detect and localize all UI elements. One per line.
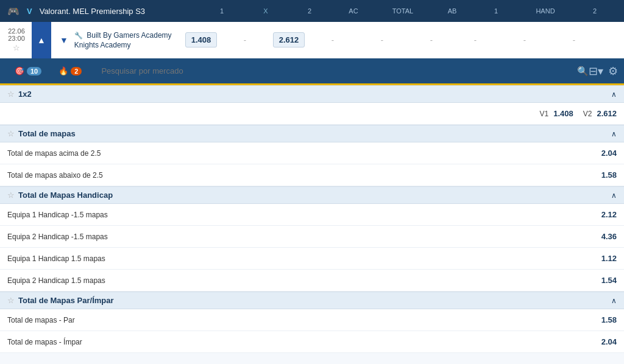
section-total-mapas-header[interactable]: ☆ Total de mapas ∧ bbox=[0, 125, 624, 142]
col-ac: AC bbox=[332, 7, 375, 15]
bet-value-eq1-pos[interactable]: 1.12 bbox=[586, 254, 617, 263]
filter-bar: 🎯 10 🔥 2 🔍 ⊟▾ ⚙ bbox=[0, 58, 624, 85]
brand-icon: V bbox=[27, 7, 32, 16]
bet-row-eq2-pos: Equipa 2 Handicap 1.5 mapas 1.54 bbox=[0, 270, 624, 292]
section-handicap-header[interactable]: ☆ Total de Mapas Handicap ∧ bbox=[0, 186, 624, 204]
bet-row-impar: Total de mapas - Ímpar 2.04 bbox=[0, 331, 624, 353]
top-bar-columns: 1 X 2 AC TOTAL AB 1 HAND 2 bbox=[200, 7, 617, 15]
bet-row-eq1-pos: Equipa 1 Handicap 1.5 mapas 1.12 bbox=[0, 248, 624, 270]
arrow-down-button[interactable]: ▼ bbox=[57, 35, 71, 45]
team1-name: 🔧 Built By Gamers Academy bbox=[74, 31, 172, 40]
bet-pair-v1v2: V1 1.408 V2 2.612 bbox=[7, 109, 617, 118]
col-1: 1 bbox=[200, 7, 244, 15]
section-par-impar-title: Total de Mapas Par/Ímpar bbox=[18, 296, 608, 305]
search-input[interactable] bbox=[96, 64, 572, 78]
odd-total: - bbox=[355, 35, 410, 44]
game-icon: 🎮 bbox=[7, 5, 20, 17]
section-handicap-title: Total de Mapas Handicap bbox=[18, 191, 608, 200]
bet-label-abaixo: Total de mapas abaixo de 2.5 bbox=[7, 171, 586, 180]
bet-value-impar[interactable]: 2.04 bbox=[586, 337, 617, 346]
star-icon-par-impar[interactable]: ☆ bbox=[7, 296, 15, 305]
bet-row-abaixo: Total de mapas abaixo de 2.5 1.58 bbox=[0, 164, 624, 186]
star-icon-1x2[interactable]: ☆ bbox=[7, 89, 15, 99]
team2-name: Knights Academy bbox=[74, 41, 172, 49]
bet-row-eq2-neg: Equipa 2 Handicap -1.5 mapas 4.36 bbox=[0, 226, 624, 248]
col-h2: 2 bbox=[573, 7, 617, 15]
odd-h1: - bbox=[453, 35, 497, 44]
chevron-up-icon-handicap[interactable]: ∧ bbox=[611, 191, 617, 200]
section-par-impar-header[interactable]: ☆ Total de Mapas Par/Ímpar ∧ bbox=[0, 292, 624, 309]
match-teams: 🔧 Built By Gamers Academy Knights Academ… bbox=[74, 31, 172, 49]
popular-count-badge: 2 bbox=[71, 67, 82, 75]
odd-ac: - bbox=[311, 35, 355, 44]
bet-label-eq1-neg: Equipa 1 Handicap -1.5 mapas bbox=[7, 211, 586, 219]
bet-label-eq2-neg: Equipa 2 Handicap -1.5 mapas bbox=[7, 233, 586, 241]
odd-v2[interactable]: 2.612 bbox=[267, 32, 311, 47]
bet-value-eq2-neg[interactable]: 4.36 bbox=[586, 232, 617, 241]
v1-value[interactable]: 1.408 bbox=[553, 109, 573, 118]
filter-tab-all[interactable]: 🎯 10 bbox=[6, 58, 50, 85]
filter-right-controls: ⊟▾ ⚙ bbox=[589, 65, 618, 78]
fire-icon: 🔥 bbox=[58, 66, 68, 75]
star-icon-total-mapas[interactable]: ☆ bbox=[7, 129, 15, 138]
match-date-block: 22.06 23:00 ☆ bbox=[5, 27, 28, 52]
star-icon-handicap[interactable]: ☆ bbox=[7, 191, 15, 200]
col-total: TOTAL bbox=[375, 7, 430, 15]
v1-label: V1 bbox=[540, 110, 549, 118]
bet-label-eq1-pos: Equipa 1 Handicap 1.5 mapas bbox=[7, 254, 586, 263]
star-icon[interactable]: ☆ bbox=[13, 43, 20, 52]
content-area: ☆ 1x2 ∧ V1 1.408 V2 2.612 ☆ Total de map… bbox=[0, 85, 624, 364]
bet-value-eq2-pos[interactable]: 1.54 bbox=[586, 276, 617, 285]
section-total-mapas-title: Total de mapas bbox=[18, 129, 608, 138]
section-1x2-title: 1x2 bbox=[18, 89, 608, 99]
bet-row-eq1-neg: Equipa 1 Handicap -1.5 mapas 2.12 bbox=[0, 204, 624, 226]
chevron-up-icon-total-mapas[interactable]: ∧ bbox=[611, 130, 617, 138]
bet-row-par: Total de mapas - Par 1.58 bbox=[0, 309, 624, 331]
v2-label: V2 bbox=[583, 110, 592, 118]
top-bar: 🎮 V Valorant. MEL Premiership S3 1 X 2 A… bbox=[0, 0, 624, 22]
arrow-up-icon: ▲ bbox=[37, 35, 46, 45]
match-info: 22.06 23:00 ☆ ▲ ▼ 🔧 Built By Gamers Acad… bbox=[2, 22, 179, 58]
bet-row-acima: Total de mapas acima de 2.5 2.04 bbox=[0, 142, 624, 164]
chevron-up-icon-1x2[interactable]: ∧ bbox=[611, 90, 617, 99]
match-title: Valorant. MEL Premiership S3 bbox=[40, 7, 195, 16]
layout-icon[interactable]: ⊟▾ bbox=[589, 65, 603, 78]
v2-value[interactable]: 2.612 bbox=[597, 109, 617, 118]
match-arrow-up[interactable]: ▲ bbox=[32, 22, 51, 58]
bet-value-abaixo[interactable]: 1.58 bbox=[586, 170, 617, 180]
search-area: 🔍 bbox=[96, 64, 589, 78]
bet-label-impar: Total de mapas - Ímpar bbox=[7, 338, 586, 346]
odd-x: - bbox=[223, 35, 267, 44]
bet-value-eq1-neg[interactable]: 2.12 bbox=[586, 210, 617, 219]
bet-label-eq2-pos: Equipa 2 Handicap 1.5 mapas bbox=[7, 276, 586, 285]
col-h1: 1 bbox=[474, 7, 518, 15]
settings-icon[interactable]: ⚙ bbox=[608, 65, 618, 78]
search-icon[interactable]: 🔍 bbox=[577, 66, 589, 77]
col-2: 2 bbox=[288, 7, 332, 15]
col-ab: AB bbox=[430, 7, 474, 15]
col-x: X bbox=[244, 7, 288, 15]
filter-tab-popular[interactable]: 🔥 2 bbox=[50, 58, 90, 85]
bet-row-1x2-pair: V1 1.408 V2 2.612 bbox=[0, 103, 624, 125]
odd-h2: - bbox=[552, 35, 596, 44]
bet-value-acima[interactable]: 2.04 bbox=[586, 149, 617, 158]
bet-value-par[interactable]: 1.58 bbox=[586, 315, 617, 324]
match-time: 23:00 bbox=[8, 35, 25, 42]
odd-ab: - bbox=[410, 35, 453, 44]
match-odds: 1.408 - 2.612 - - - - - - bbox=[179, 32, 624, 47]
bet-label-acima: Total de mapas acima de 2.5 bbox=[7, 149, 586, 158]
col-hand: HAND bbox=[518, 7, 573, 15]
bet-label-par: Total de mapas - Par bbox=[7, 316, 586, 324]
match-row: 22.06 23:00 ☆ ▲ ▼ 🔧 Built By Gamers Acad… bbox=[0, 22, 624, 58]
section-1x2-header[interactable]: ☆ 1x2 ∧ bbox=[0, 85, 624, 103]
match-date: 22.06 bbox=[8, 27, 25, 35]
target-icon: 🎯 bbox=[15, 66, 24, 75]
all-count-badge: 10 bbox=[27, 67, 41, 75]
chevron-up-icon-par-impar[interactable]: ∧ bbox=[611, 296, 617, 305]
odd-v1[interactable]: 1.408 bbox=[179, 32, 223, 47]
odd-hand: - bbox=[497, 35, 552, 44]
